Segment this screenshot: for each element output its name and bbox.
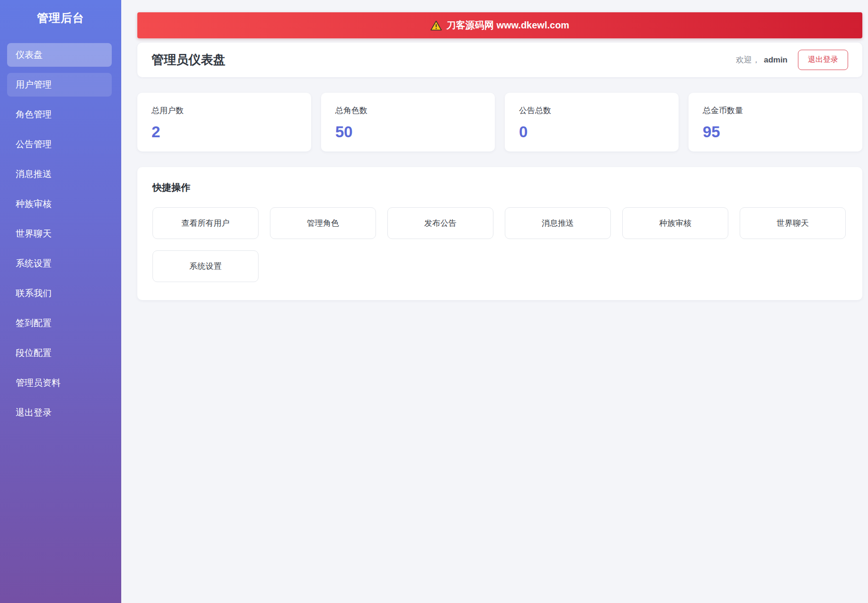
header-right: 欢迎， admin 退出登录 bbox=[736, 50, 848, 70]
sidebar-item-user-management[interactable]: 用户管理 bbox=[7, 73, 112, 97]
logout-button[interactable]: 退出登录 bbox=[798, 50, 848, 70]
notice-banner[interactable]: 刀客源码网 www.dkewl.com bbox=[137, 12, 862, 38]
quick-actions-title: 快捷操作 bbox=[152, 181, 847, 194]
stat-value: 95 bbox=[703, 123, 848, 141]
stat-value: 0 bbox=[519, 123, 664, 141]
sidebar-item-announcements[interactable]: 公告管理 bbox=[7, 133, 112, 156]
stat-value: 50 bbox=[335, 123, 481, 141]
quick-action-publish-announcement[interactable]: 发布公告 bbox=[387, 207, 493, 239]
sidebar-item-logout[interactable]: 退出登录 bbox=[7, 401, 112, 425]
sidebar-item-world-chat[interactable]: 世界聊天 bbox=[7, 222, 112, 246]
stat-label: 总角色数 bbox=[335, 105, 481, 116]
stats-row: 总用户数 2 总角色数 50 公告总数 0 总金币数量 95 bbox=[137, 93, 862, 151]
quick-actions-grid: 查看所有用户 管理角色 发布公告 消息推送 种族审核 世界聊天 系统设置 bbox=[152, 207, 847, 282]
quick-action-message-push[interactable]: 消息推送 bbox=[505, 207, 611, 239]
warning-icon bbox=[430, 20, 442, 31]
stat-card-total-roles: 总角色数 50 bbox=[321, 93, 495, 151]
sidebar-item-checkin-config[interactable]: 签到配置 bbox=[7, 311, 112, 335]
stat-value: 2 bbox=[152, 123, 297, 141]
username: admin bbox=[764, 55, 787, 65]
quick-action-system-settings[interactable]: 系统设置 bbox=[152, 250, 259, 282]
stat-card-total-coins: 总金币数量 95 bbox=[689, 93, 862, 151]
admin-app: 管理后台 仪表盘 用户管理 角色管理 公告管理 消息推送 种族审核 世界聊天 系… bbox=[0, 0, 868, 603]
quick-action-manage-roles[interactable]: 管理角色 bbox=[270, 207, 376, 239]
sidebar-menu: 仪表盘 用户管理 角色管理 公告管理 消息推送 种族审核 世界聊天 系统设置 联… bbox=[0, 43, 121, 425]
sidebar-item-dashboard[interactable]: 仪表盘 bbox=[7, 43, 112, 67]
sidebar-title: 管理后台 bbox=[0, 0, 121, 26]
welcome-text: 欢迎， bbox=[736, 54, 760, 65]
main-content: 刀客源码网 www.dkewl.com 管理员仪表盘 欢迎， admin 退出登… bbox=[121, 0, 868, 603]
sidebar-item-race-review[interactable]: 种族审核 bbox=[7, 192, 112, 216]
quick-action-race-review[interactable]: 种族审核 bbox=[622, 207, 728, 239]
quick-actions-card: 快捷操作 查看所有用户 管理角色 发布公告 消息推送 种族审核 世界聊天 系统设… bbox=[137, 167, 862, 300]
stat-card-total-announcements: 公告总数 0 bbox=[505, 93, 679, 151]
sidebar-item-admin-profile[interactable]: 管理员资料 bbox=[7, 371, 112, 395]
sidebar-item-rank-config[interactable]: 段位配置 bbox=[7, 341, 112, 365]
stat-label: 总金币数量 bbox=[703, 105, 848, 116]
notice-banner-text: 刀客源码网 www.dkewl.com bbox=[447, 19, 569, 32]
sidebar-item-contact-us[interactable]: 联系我们 bbox=[7, 282, 112, 305]
sidebar-item-system-settings[interactable]: 系统设置 bbox=[7, 252, 112, 275]
stat-card-total-users: 总用户数 2 bbox=[137, 93, 311, 151]
page-title: 管理员仪表盘 bbox=[152, 52, 225, 68]
sidebar-item-role-management[interactable]: 角色管理 bbox=[7, 103, 112, 126]
quick-action-view-users[interactable]: 查看所有用户 bbox=[152, 207, 259, 239]
stat-label: 公告总数 bbox=[519, 105, 664, 116]
stat-label: 总用户数 bbox=[152, 105, 297, 116]
sidebar: 管理后台 仪表盘 用户管理 角色管理 公告管理 消息推送 种族审核 世界聊天 系… bbox=[0, 0, 121, 603]
header-card: 管理员仪表盘 欢迎， admin 退出登录 bbox=[137, 43, 862, 77]
quick-action-world-chat[interactable]: 世界聊天 bbox=[740, 207, 846, 239]
sidebar-item-message-push[interactable]: 消息推送 bbox=[7, 162, 112, 186]
